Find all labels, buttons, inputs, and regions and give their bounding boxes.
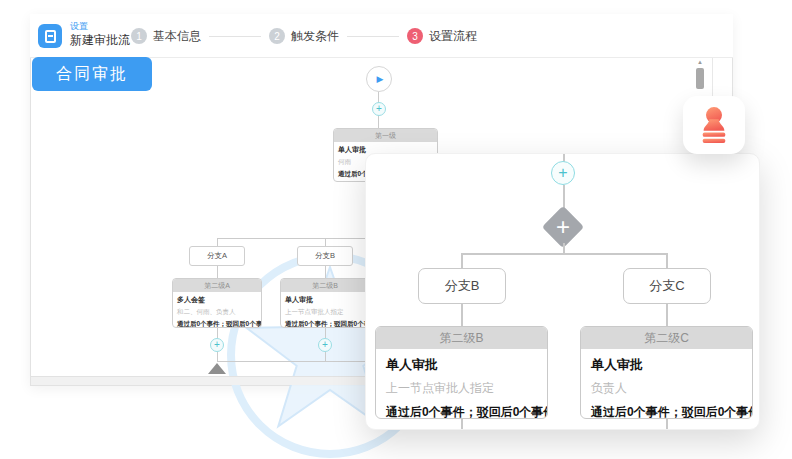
wizard-header: 设置 新建审批流 1 基本信息 2 触发条件 3 设置流程 — [30, 14, 733, 58]
level2b-node[interactable]: 第二级B 单人审批 上一节点审批人指定 通过后0个事件；驳回后0个事件 — [375, 326, 548, 419]
scroll-up-arrow-icon[interactable]: ▲ — [695, 59, 705, 65]
connector-line — [461, 304, 463, 326]
branch-b-chip[interactable]: 分支B — [297, 246, 353, 266]
branch-c-chip[interactable]: 分支C — [623, 268, 711, 304]
connector-line — [325, 328, 326, 338]
node-title: 第二级C — [581, 327, 752, 349]
approver: 上一节点审批人指定 — [386, 380, 537, 397]
plus-icon: + — [214, 339, 220, 350]
plus-icon: + — [376, 103, 382, 114]
approvers: 和二、何雨、负责人 — [177, 308, 257, 317]
level2c-node[interactable]: 第二级C 单人审批 负责人 通过后0个事件；驳回后0个事件 — [580, 326, 753, 419]
step-3-circle: 3 — [407, 28, 423, 44]
step-2-label: 触发条件 — [291, 28, 339, 45]
level2a-node[interactable]: 第二级A 多人会签 和二、何雨、负责人 通过后0个事件；驳回后0个事件 — [172, 278, 262, 328]
approval-type: 单人审批 — [386, 356, 537, 374]
zoomed-flow-panel: + + 分支B 分支C 第二级B 单人审批 上一节点审批人指定 通过后0个事件；… — [365, 153, 760, 430]
vertical-scrollbar-thumb[interactable] — [696, 68, 704, 89]
add-node-button[interactable]: + — [210, 338, 224, 352]
step-2-circle: 2 — [269, 28, 285, 44]
start-node[interactable]: ▶ — [366, 66, 392, 92]
connector-line — [217, 266, 218, 278]
connector-line — [325, 352, 326, 361]
connector-line — [217, 352, 218, 361]
contract-approval-tag: 合同审批 — [32, 57, 152, 91]
approval-type: 单人审批 — [285, 295, 365, 305]
step-connector — [209, 36, 261, 37]
branch-b-chip[interactable]: 分支B — [418, 268, 506, 304]
branch-a-chip[interactable]: 分支A — [189, 246, 245, 266]
page: 设置 新建审批流 1 基本信息 2 触发条件 3 设置流程 上一步 完成 合同审… — [0, 0, 792, 459]
level1-node-title: 第一级 — [334, 129, 437, 142]
condition-merge-node[interactable]: + — [542, 206, 584, 248]
step-indicator: 1 基本信息 2 触发条件 3 设置流程 — [131, 14, 485, 58]
stamp-card — [683, 96, 745, 154]
events-summary: 通过后0个事件；驳回后0个事件 — [177, 320, 257, 328]
connector-line — [217, 361, 365, 362]
step-1-circle: 1 — [131, 28, 147, 44]
add-node-button[interactable]: + — [551, 161, 575, 185]
connector-line — [217, 238, 218, 246]
level2b-node-title: 第二级B — [281, 279, 369, 292]
play-icon: ▶ — [377, 74, 384, 84]
add-node-button[interactable]: + — [372, 102, 386, 116]
approver: 上一节点审批人指定 — [285, 308, 365, 317]
connector-line — [217, 328, 218, 338]
step-connector — [347, 36, 399, 37]
connector-line — [462, 253, 667, 255]
connector-line — [666, 304, 668, 326]
step-3-label: 设置流程 — [429, 28, 477, 45]
approver: 负责人 — [591, 380, 742, 397]
app-label-small: 设置 — [70, 21, 130, 32]
connector-line — [666, 253, 668, 268]
end-node-icon — [208, 363, 226, 374]
plus-icon: + — [322, 339, 328, 350]
connector-line — [325, 238, 326, 246]
node-title: 第二级B — [376, 327, 547, 349]
level2b-node[interactable]: 第二级B 单人审批 上一节点审批人指定 通过后0个事件；驳回后0个事件 — [280, 278, 370, 328]
add-node-button[interactable]: + — [318, 338, 332, 352]
connector-line — [666, 419, 668, 430]
clipboard-icon — [38, 24, 62, 48]
connector-line — [461, 419, 463, 430]
connector-line — [461, 253, 463, 268]
plus-icon: + — [558, 164, 567, 181]
approval-type: 多人会签 — [177, 295, 257, 305]
level2a-node-title: 第二级A — [173, 279, 261, 292]
plus-icon: + — [556, 215, 570, 239]
connector-line — [325, 266, 326, 278]
events-summary: 通过后0个事件；驳回后0个事件 — [591, 404, 742, 419]
events-summary: 通过后0个事件；驳回后0个事件 — [285, 320, 365, 328]
approval-type: 单人审批 — [591, 356, 742, 374]
stamp-icon — [697, 106, 731, 144]
page-title: 新建审批流 — [70, 33, 130, 47]
events-summary: 通过后0个事件；驳回后0个事件 — [386, 404, 537, 419]
step-1-label: 基本信息 — [153, 28, 201, 45]
app-titles: 设置 新建审批流 — [70, 21, 130, 47]
